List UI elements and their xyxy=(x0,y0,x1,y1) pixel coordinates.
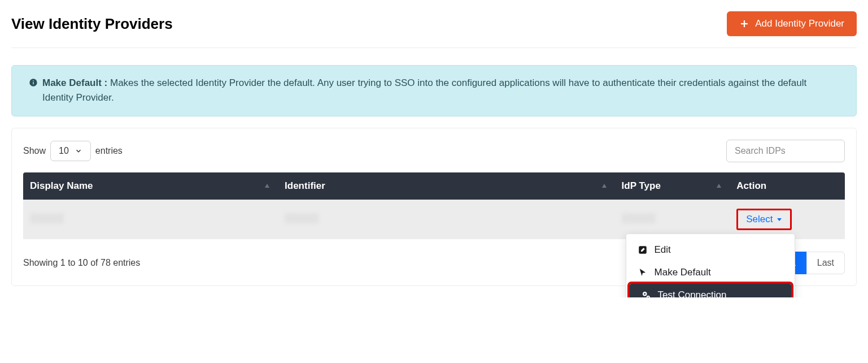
caret-down-icon xyxy=(777,217,782,222)
chevron-down-icon xyxy=(75,147,82,155)
page-title: View Identity Providers xyxy=(11,15,173,33)
gears-icon xyxy=(641,290,651,297)
table-row: Select Edit xyxy=(23,200,845,239)
idp-table: Display Name Identifier IdP Type Action xyxy=(23,172,845,239)
svg-marker-5 xyxy=(265,184,269,188)
sort-asc-icon xyxy=(601,183,607,189)
info-strong: Make Default : xyxy=(42,77,107,88)
info-banner: Make Default : Makes the selected Identi… xyxy=(11,65,857,116)
cursor-icon xyxy=(638,267,648,278)
info-icon xyxy=(29,78,38,87)
table-controls: Show 10 entries xyxy=(23,140,845,162)
svg-rect-3 xyxy=(33,82,33,85)
col-action: Action xyxy=(730,172,845,200)
entries-label: entries xyxy=(95,146,123,156)
cell-identifier xyxy=(285,213,319,223)
cell-idp-type xyxy=(622,213,656,223)
row-action-select[interactable]: Select xyxy=(743,213,785,226)
dropdown-test-connection[interactable]: Test Connection xyxy=(630,284,791,297)
action-dropdown: Edit Make Default Test Connection xyxy=(626,234,795,297)
entries-selector[interactable]: 10 xyxy=(50,141,91,161)
add-button-label: Add Identity Provider xyxy=(755,18,844,29)
svg-point-11 xyxy=(644,293,645,295)
page-last[interactable]: Last xyxy=(806,252,845,274)
add-identity-provider-button[interactable]: Add Identity Provider xyxy=(727,11,857,36)
entries-value: 10 xyxy=(59,146,69,156)
sort-asc-icon xyxy=(716,183,722,189)
search-input[interactable] xyxy=(726,140,845,162)
col-display-name[interactable]: Display Name xyxy=(23,172,278,200)
dropdown-make-default[interactable]: Make Default xyxy=(626,261,795,284)
svg-marker-6 xyxy=(602,184,607,188)
info-text: Make Default : Makes the selected Identi… xyxy=(42,76,839,106)
svg-marker-8 xyxy=(777,218,782,221)
svg-rect-4 xyxy=(33,80,33,81)
dropdown-edit[interactable]: Edit xyxy=(626,239,795,261)
cell-display-name xyxy=(30,213,64,223)
page-header: View Identity Providers Add Identity Pro… xyxy=(11,11,857,48)
showing-text: Showing 1 to 10 of 78 entries xyxy=(23,258,140,268)
col-idp-type[interactable]: IdP Type xyxy=(615,172,730,200)
info-body: Makes the selected Identity Provider the… xyxy=(42,77,806,103)
idp-table-card: Show 10 entries Display Name Identifier xyxy=(11,128,857,286)
show-label: Show xyxy=(23,146,46,156)
svg-marker-7 xyxy=(717,184,721,188)
show-entries: Show 10 entries xyxy=(23,141,123,161)
col-identifier[interactable]: Identifier xyxy=(278,172,615,200)
sort-asc-icon xyxy=(264,183,270,189)
select-highlight: Select xyxy=(736,209,791,230)
edit-icon xyxy=(638,245,648,255)
plus-icon xyxy=(739,19,749,29)
